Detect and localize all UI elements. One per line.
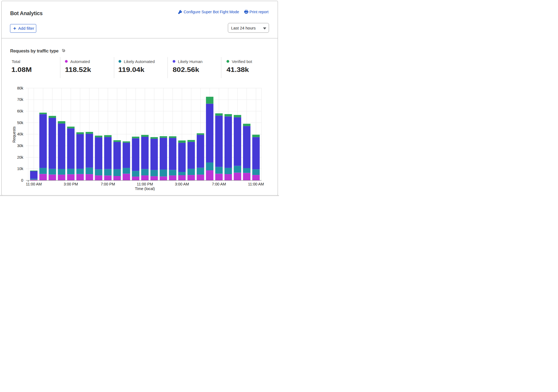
svg-text:11:00 PM: 11:00 PM <box>137 182 153 186</box>
svg-text:3:00 AM: 3:00 AM <box>175 182 189 186</box>
svg-text:70k: 70k <box>17 97 24 102</box>
svg-text:Requests: Requests <box>12 127 16 143</box>
svg-text:60k: 60k <box>17 109 24 113</box>
svg-text:7:00 AM: 7:00 AM <box>212 182 226 186</box>
svg-text:11:00 AM: 11:00 AM <box>248 182 264 186</box>
svg-text:0: 0 <box>21 178 23 182</box>
svg-text:Time (local): Time (local) <box>135 187 155 191</box>
svg-text:10k: 10k <box>17 167 24 171</box>
svg-text:11:00 AM: 11:00 AM <box>26 182 42 186</box>
svg-text:7:00 PM: 7:00 PM <box>101 182 115 186</box>
svg-text:3:00 PM: 3:00 PM <box>64 182 78 186</box>
svg-text:30k: 30k <box>17 144 24 148</box>
svg-text:50k: 50k <box>17 121 24 125</box>
svg-text:40k: 40k <box>17 132 24 136</box>
svg-text:80k: 80k <box>17 86 24 90</box>
svg-text:20k: 20k <box>17 155 24 160</box>
